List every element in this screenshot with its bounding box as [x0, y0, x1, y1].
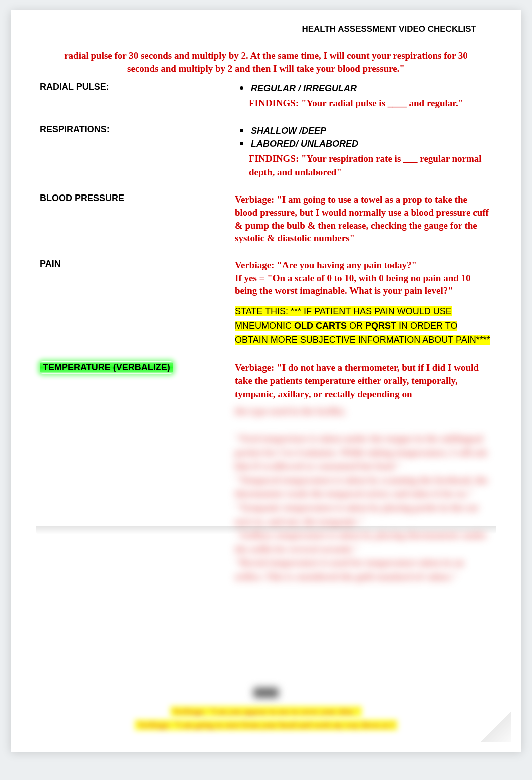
resp-bullet-labored: LABORED/ UNLABORED [237, 137, 492, 150]
temperature-verbiage: Verbiage: "I do not have a thermometer, … [235, 361, 492, 400]
header-title: HEALTH ASSESSMENT VIDEO CHECKLIST [302, 24, 476, 34]
row-radial-pulse: RADIAL PULSE: REGULAR / IRREGULAR FINDIN… [36, 77, 496, 119]
checklist-table: RADIAL PULSE: REGULAR / IRREGULAR FINDIN… [36, 77, 496, 593]
temperature-label: TEMPERATURE (VERBALIZE) [40, 361, 173, 374]
row-blood-pressure: BLOOD PRESSURE Verbiage: "I am going to … [36, 188, 496, 254]
page-header: HEALTH ASSESSMENT VIDEO CHECKLIST [11, 10, 521, 49]
resp-findings: FINDINGS: "Your respiration rate is ___ … [235, 152, 492, 179]
respirations-label: RESPIRATIONS: [40, 124, 110, 134]
temperature-blurred-content: the type used in the facility. "Oral tem… [235, 404, 492, 583]
page-corner-fold [481, 712, 511, 742]
pain-label: PAIN [40, 259, 61, 269]
pain-state-mid: OR [347, 321, 365, 331]
pain-state-pqrst: PQRST [365, 321, 396, 331]
radial-pulse-label: RADIAL PULSE: [40, 82, 109, 92]
footer-blurred-area: Verbiage: "Can you appear to use to cove… [11, 682, 521, 732]
footer-mark [253, 688, 279, 698]
bp-label: BLOOD PRESSURE [40, 193, 124, 203]
bp-verbiage: Verbiage: "I am going to use a towel as … [235, 193, 492, 245]
row-respirations: RESPIRATIONS: SHALLOW /DEEP LABORED/ UNL… [36, 119, 496, 188]
pain-state-old-carts: OLD CARTS [294, 321, 347, 331]
radial-findings: FINDINGS: "Your radial pulse is ____ and… [235, 97, 492, 110]
radial-bullet-regular: REGULAR / IRREGULAR [237, 82, 492, 95]
footer-blur-line-2: Verbiage: "I am going to start from your… [135, 720, 397, 730]
document-page: HEALTH ASSESSMENT VIDEO CHECKLIST radial… [11, 10, 521, 752]
intro-verbiage: radial pulse for 30 seconds and multiply… [11, 49, 521, 77]
row-temperature: TEMPERATURE (VERBALIZE) Verbiage: "I do … [36, 356, 496, 593]
resp-bullet-depth: SHALLOW /DEEP [237, 124, 492, 137]
pain-state-note: STATE THIS: *** IF PATIENT HAS PAIN WOUL… [235, 306, 490, 345]
pain-verbiage: Verbiage: "Are you having any pain today… [235, 259, 492, 297]
footer-blur-line-1: Verbiage: "Can you appear to use to cove… [170, 706, 362, 717]
row-pain: PAIN Verbiage: "Are you having any pain … [36, 254, 496, 356]
